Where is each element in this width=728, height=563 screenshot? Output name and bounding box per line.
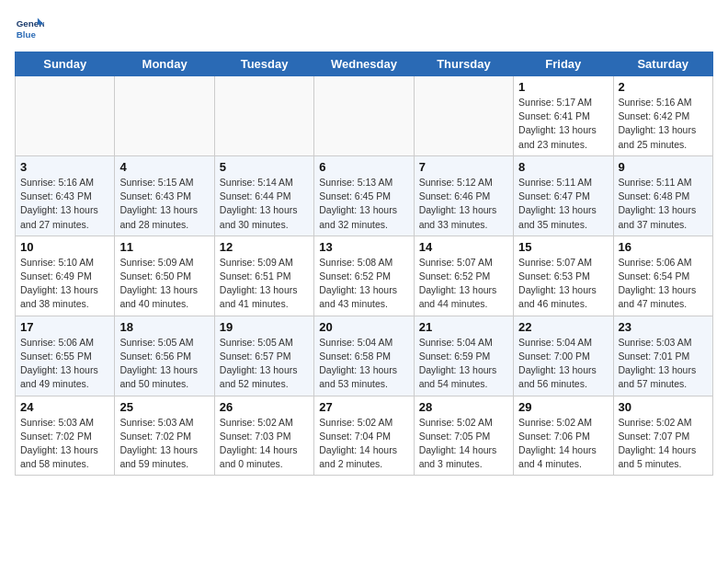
day-info: Sunrise: 5:04 AM Sunset: 7:00 PM Dayligh… <box>518 336 608 392</box>
calendar-cell <box>414 76 513 156</box>
day-info: Sunrise: 5:07 AM Sunset: 6:52 PM Dayligh… <box>419 256 508 312</box>
day-header-wednesday: Wednesday <box>314 52 414 76</box>
day-number: 22 <box>518 320 608 334</box>
calendar-cell: 15Sunrise: 5:07 AM Sunset: 6:53 PM Dayli… <box>514 236 613 316</box>
calendar-cell: 21Sunrise: 5:04 AM Sunset: 6:59 PM Dayli… <box>414 316 513 396</box>
day-number: 26 <box>220 400 309 414</box>
day-number: 6 <box>319 160 408 174</box>
calendar-cell <box>314 76 414 156</box>
calendar-cell: 27Sunrise: 5:02 AM Sunset: 7:04 PM Dayli… <box>314 396 414 476</box>
day-number: 28 <box>419 400 508 414</box>
day-info: Sunrise: 5:02 AM Sunset: 7:06 PM Dayligh… <box>518 416 608 472</box>
day-header-friday: Friday <box>514 52 613 76</box>
day-number: 4 <box>119 160 209 174</box>
day-info: Sunrise: 5:16 AM Sunset: 6:42 PM Dayligh… <box>619 96 708 152</box>
svg-text:Blue: Blue <box>17 29 37 40</box>
calendar-cell: 8Sunrise: 5:11 AM Sunset: 6:47 PM Daylig… <box>514 155 613 236</box>
calendar-cell: 25Sunrise: 5:03 AM Sunset: 7:02 PM Dayli… <box>115 396 214 476</box>
day-number: 21 <box>419 320 508 334</box>
calendar-cell: 9Sunrise: 5:11 AM Sunset: 6:48 PM Daylig… <box>613 155 712 236</box>
calendar-cell: 4Sunrise: 5:15 AM Sunset: 6:43 PM Daylig… <box>115 155 214 236</box>
day-header-saturday: Saturday <box>613 52 712 76</box>
day-info: Sunrise: 5:12 AM Sunset: 6:46 PM Dayligh… <box>419 176 508 232</box>
day-header-tuesday: Tuesday <box>214 52 313 76</box>
calendar-cell: 14Sunrise: 5:07 AM Sunset: 6:52 PM Dayli… <box>414 236 513 316</box>
day-number: 12 <box>220 240 309 254</box>
calendar-cell: 22Sunrise: 5:04 AM Sunset: 7:00 PM Dayli… <box>514 316 613 396</box>
day-info: Sunrise: 5:02 AM Sunset: 7:05 PM Dayligh… <box>419 416 508 472</box>
page-header: General Blue <box>15 15 713 44</box>
day-number: 27 <box>319 400 408 414</box>
day-info: Sunrise: 5:05 AM Sunset: 6:57 PM Dayligh… <box>220 336 309 392</box>
week-row-4: 17Sunrise: 5:06 AM Sunset: 6:55 PM Dayli… <box>16 316 713 396</box>
calendar-cell: 13Sunrise: 5:08 AM Sunset: 6:52 PM Dayli… <box>314 236 414 316</box>
logo-icon: General Blue <box>15 15 44 44</box>
calendar-cell: 26Sunrise: 5:02 AM Sunset: 7:03 PM Dayli… <box>214 396 313 476</box>
calendar-table: SundayMondayTuesdayWednesdayThursdayFrid… <box>15 52 713 476</box>
day-number: 20 <box>319 320 408 334</box>
day-number: 11 <box>119 240 209 254</box>
calendar-cell: 6Sunrise: 5:13 AM Sunset: 6:45 PM Daylig… <box>314 155 414 236</box>
day-number: 2 <box>619 80 708 94</box>
day-info: Sunrise: 5:03 AM Sunset: 7:02 PM Dayligh… <box>119 416 209 472</box>
day-number: 18 <box>119 320 209 334</box>
day-info: Sunrise: 5:04 AM Sunset: 6:59 PM Dayligh… <box>419 336 508 392</box>
day-number: 9 <box>619 160 708 174</box>
day-info: Sunrise: 5:03 AM Sunset: 7:02 PM Dayligh… <box>20 416 109 472</box>
calendar-cell: 24Sunrise: 5:03 AM Sunset: 7:02 PM Dayli… <box>16 396 115 476</box>
day-number: 14 <box>419 240 508 254</box>
day-info: Sunrise: 5:11 AM Sunset: 6:47 PM Dayligh… <box>518 176 608 232</box>
day-info: Sunrise: 5:06 AM Sunset: 6:55 PM Dayligh… <box>20 336 109 392</box>
day-info: Sunrise: 5:05 AM Sunset: 6:56 PM Dayligh… <box>119 336 209 392</box>
day-number: 29 <box>518 400 608 414</box>
day-info: Sunrise: 5:15 AM Sunset: 6:43 PM Dayligh… <box>119 176 209 232</box>
calendar-cell: 16Sunrise: 5:06 AM Sunset: 6:54 PM Dayli… <box>613 236 712 316</box>
day-header-sunday: Sunday <box>16 52 115 76</box>
day-number: 24 <box>20 400 109 414</box>
day-number: 30 <box>619 400 708 414</box>
calendar-cell: 1Sunrise: 5:17 AM Sunset: 6:41 PM Daylig… <box>514 76 613 156</box>
day-info: Sunrise: 5:14 AM Sunset: 6:44 PM Dayligh… <box>220 176 309 232</box>
calendar-cell: 17Sunrise: 5:06 AM Sunset: 6:55 PM Dayli… <box>16 316 115 396</box>
day-info: Sunrise: 5:02 AM Sunset: 7:07 PM Dayligh… <box>619 416 708 472</box>
calendar-cell: 2Sunrise: 5:16 AM Sunset: 6:42 PM Daylig… <box>613 76 712 156</box>
calendar-cell: 5Sunrise: 5:14 AM Sunset: 6:44 PM Daylig… <box>214 155 313 236</box>
day-info: Sunrise: 5:13 AM Sunset: 6:45 PM Dayligh… <box>319 176 408 232</box>
day-number: 8 <box>518 160 608 174</box>
calendar-cell: 3Sunrise: 5:16 AM Sunset: 6:43 PM Daylig… <box>16 155 115 236</box>
calendar-cell: 19Sunrise: 5:05 AM Sunset: 6:57 PM Dayli… <box>214 316 313 396</box>
week-row-1: 1Sunrise: 5:17 AM Sunset: 6:41 PM Daylig… <box>16 76 713 156</box>
calendar-cell <box>214 76 313 156</box>
calendar-cell: 18Sunrise: 5:05 AM Sunset: 6:56 PM Dayli… <box>115 316 214 396</box>
day-number: 25 <box>119 400 209 414</box>
day-number: 1 <box>518 80 608 94</box>
calendar-cell: 11Sunrise: 5:09 AM Sunset: 6:50 PM Dayli… <box>115 236 214 316</box>
day-info: Sunrise: 5:02 AM Sunset: 7:04 PM Dayligh… <box>319 416 408 472</box>
day-number: 3 <box>20 160 109 174</box>
day-info: Sunrise: 5:04 AM Sunset: 6:58 PM Dayligh… <box>319 336 408 392</box>
day-number: 10 <box>20 240 109 254</box>
day-number: 7 <box>419 160 508 174</box>
day-number: 23 <box>619 320 708 334</box>
day-info: Sunrise: 5:16 AM Sunset: 6:43 PM Dayligh… <box>20 176 109 232</box>
day-number: 13 <box>319 240 408 254</box>
day-info: Sunrise: 5:08 AM Sunset: 6:52 PM Dayligh… <box>319 256 408 312</box>
calendar-cell: 12Sunrise: 5:09 AM Sunset: 6:51 PM Dayli… <box>214 236 313 316</box>
week-row-5: 24Sunrise: 5:03 AM Sunset: 7:02 PM Dayli… <box>16 396 713 476</box>
calendar-cell: 29Sunrise: 5:02 AM Sunset: 7:06 PM Dayli… <box>514 396 613 476</box>
day-header-monday: Monday <box>115 52 214 76</box>
day-info: Sunrise: 5:17 AM Sunset: 6:41 PM Dayligh… <box>518 96 608 152</box>
calendar-cell: 10Sunrise: 5:10 AM Sunset: 6:49 PM Dayli… <box>16 236 115 316</box>
day-info: Sunrise: 5:07 AM Sunset: 6:53 PM Dayligh… <box>518 256 608 312</box>
calendar-cell: 30Sunrise: 5:02 AM Sunset: 7:07 PM Dayli… <box>613 396 712 476</box>
calendar-cell: 28Sunrise: 5:02 AM Sunset: 7:05 PM Dayli… <box>414 396 513 476</box>
logo: General Blue <box>15 15 48 44</box>
calendar-cell <box>115 76 214 156</box>
day-info: Sunrise: 5:02 AM Sunset: 7:03 PM Dayligh… <box>220 416 309 472</box>
day-number: 16 <box>619 240 708 254</box>
day-info: Sunrise: 5:09 AM Sunset: 6:50 PM Dayligh… <box>119 256 209 312</box>
day-number: 15 <box>518 240 608 254</box>
day-header-thursday: Thursday <box>414 52 513 76</box>
day-info: Sunrise: 5:06 AM Sunset: 6:54 PM Dayligh… <box>619 256 708 312</box>
day-info: Sunrise: 5:10 AM Sunset: 6:49 PM Dayligh… <box>20 256 109 312</box>
